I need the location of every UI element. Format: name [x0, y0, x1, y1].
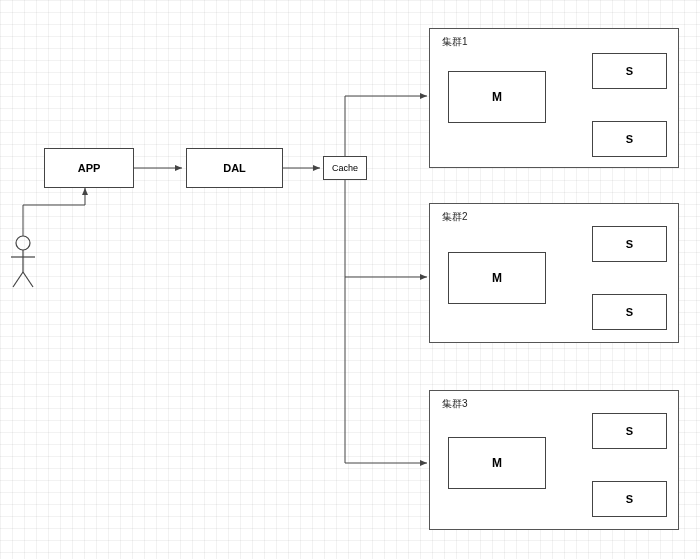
cluster-1: 集群1 M S S	[429, 28, 679, 168]
cluster-2-slave-2: S	[592, 294, 667, 330]
cluster-2-title: 集群2	[442, 210, 468, 224]
cluster-1-slave-1-label: S	[626, 65, 633, 77]
arrow-user-to-app	[23, 188, 85, 236]
dal-label: DAL	[223, 162, 246, 174]
cluster-1-master-label: M	[492, 90, 502, 104]
app-node: APP	[44, 148, 134, 188]
cluster-1-title: 集群1	[442, 35, 468, 49]
cluster-1-slave-2-label: S	[626, 133, 633, 145]
cluster-3-slave-1: S	[592, 413, 667, 449]
dal-node: DAL	[186, 148, 283, 188]
cache-node: Cache	[323, 156, 367, 180]
user-icon	[11, 236, 35, 287]
cluster-2-master-label: M	[492, 271, 502, 285]
cluster-3-slave-1-label: S	[626, 425, 633, 437]
cluster-2-slave-1-label: S	[626, 238, 633, 250]
cluster-3-master: M	[448, 437, 546, 489]
cluster-1-master: M	[448, 71, 546, 123]
svg-line-4	[23, 272, 33, 287]
cluster-1-slave-2: S	[592, 121, 667, 157]
svg-point-0	[16, 236, 30, 250]
cluster-3: 集群3 M S S	[429, 390, 679, 530]
cluster-3-master-label: M	[492, 456, 502, 470]
cluster-2-master: M	[448, 252, 546, 304]
cache-label: Cache	[332, 163, 358, 173]
cluster-2-slave-2-label: S	[626, 306, 633, 318]
cluster-3-slave-2-label: S	[626, 493, 633, 505]
svg-line-3	[13, 272, 23, 287]
cluster-3-title: 集群3	[442, 397, 468, 411]
app-label: APP	[78, 162, 101, 174]
cluster-3-slave-2: S	[592, 481, 667, 517]
cluster-2-slave-1: S	[592, 226, 667, 262]
cluster-1-slave-1: S	[592, 53, 667, 89]
cluster-2: 集群2 M S S	[429, 203, 679, 343]
